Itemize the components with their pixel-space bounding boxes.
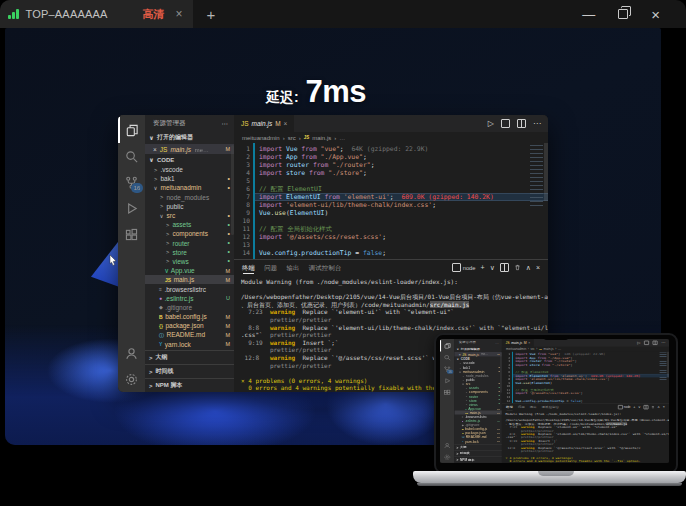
panel-tab-调试控制台[interactable]: 调试控制台 bbox=[309, 263, 342, 273]
tree-item-label: babel.config.js bbox=[165, 313, 207, 320]
sidebar-section-大纲[interactable]: >大纲 bbox=[145, 350, 234, 364]
tree-item[interactable]: ≡.browserslistrc bbox=[145, 284, 234, 293]
new-tab-button[interactable]: + bbox=[207, 6, 216, 23]
chevron-right-icon: > bbox=[149, 383, 153, 389]
tree-item-label: yarn.lock bbox=[465, 440, 479, 443]
open-editors-header[interactable]: ∨打开的编辑器 bbox=[145, 131, 234, 144]
tree-item-label: main.js bbox=[470, 411, 481, 414]
tree-item-label: babel.config.js bbox=[465, 428, 487, 431]
tree-item[interactable]: >router• bbox=[145, 239, 234, 248]
panel-tab-终端[interactable]: 终端 bbox=[242, 263, 255, 273]
activity-run-debug-button bbox=[440, 375, 454, 387]
tree-item[interactable]: >.vscode bbox=[145, 165, 234, 174]
chevron-right-icon: > bbox=[465, 399, 468, 402]
tree-item[interactable]: ⓘREADME.mdM bbox=[145, 330, 234, 339]
scm-pending-badge: 16 bbox=[131, 183, 143, 193]
babel-file-icon: B bbox=[159, 314, 163, 320]
tree-item[interactable]: ∨src• bbox=[145, 211, 234, 220]
panel-tab-终端: 终端 bbox=[506, 405, 513, 409]
activity-extensions-button[interactable] bbox=[118, 221, 145, 247]
activity-explorer-button bbox=[440, 340, 454, 352]
tree-item[interactable]: >assets• bbox=[145, 220, 234, 229]
activity-search-button bbox=[440, 352, 454, 364]
tree-item[interactable]: >node_modules bbox=[145, 193, 234, 202]
terminal-dropdown-icon: ∨ bbox=[638, 405, 641, 409]
panel-tab-问题[interactable]: 问题 bbox=[264, 263, 277, 273]
explorer-sidebar: 资源管理器⋯∨打开的编辑器×JSmain.jsme…M∨CODE>.vscode… bbox=[454, 339, 501, 463]
maximize-restore-button[interactable] bbox=[618, 9, 628, 19]
breadcrumb-item: main.js bbox=[544, 348, 554, 351]
tree-item[interactable]: >store• bbox=[145, 248, 234, 257]
tree-item[interactable]: ◆.gitignore bbox=[145, 303, 234, 312]
tree-item[interactable]: ●.eslintrc.jsU bbox=[145, 294, 234, 303]
connection-tab[interactable]: TOP–AAAAAAA 高清 × bbox=[0, 0, 193, 28]
breadcrumb[interactable]: meituanadmin›src›JSmain.js›… bbox=[234, 132, 548, 143]
editor-scrollbar[interactable] bbox=[544, 143, 548, 201]
tree-item[interactable]: >public bbox=[145, 202, 234, 211]
editor-tab-close-icon[interactable]: × bbox=[284, 120, 288, 127]
run-file-button[interactable]: ▷ bbox=[488, 119, 494, 128]
tree-item-label: meituanadmin bbox=[161, 184, 202, 191]
code-editor[interactable]: import Vue from "vue"; 64K (gzipped: 22.… bbox=[253, 143, 548, 259]
chevron-right-icon: > bbox=[457, 452, 459, 455]
tree-item[interactable]: >components• bbox=[145, 229, 234, 238]
tree-item[interactable]: Bbabel.config.jsM bbox=[145, 312, 234, 321]
tree-item[interactable]: {}package.jsonM bbox=[145, 321, 234, 330]
chevron-right-icon: > bbox=[159, 194, 164, 200]
tree-item[interactable]: JSmain.jsM bbox=[145, 275, 234, 284]
run-debug-icon bbox=[443, 377, 451, 384]
tree-item[interactable]: Yyarn.lockM bbox=[145, 340, 234, 349]
open-editor-item[interactable]: ×JSmain.jsme…M bbox=[145, 144, 234, 154]
panel-tab-问题: 问题 bbox=[518, 405, 525, 409]
sidebar-section-NPM 脚本: >NPM 脚本 bbox=[454, 457, 501, 463]
trash-icon[interactable] bbox=[514, 264, 521, 271]
chevron-right-icon: > bbox=[465, 403, 468, 406]
activity-account-button[interactable] bbox=[118, 340, 145, 366]
activity-settings-button[interactable] bbox=[118, 366, 145, 392]
close-editor-icon[interactable]: × bbox=[153, 146, 157, 153]
maximize-panel-icon[interactable]: ∧ bbox=[526, 264, 531, 272]
activity-explorer-button[interactable] bbox=[118, 117, 145, 143]
eslint-file-icon: ● bbox=[462, 420, 464, 423]
sidebar-more-actions-icon[interactable]: ⋯ bbox=[222, 120, 229, 128]
git-status-badge: M bbox=[225, 341, 230, 347]
json-file-icon: {} bbox=[159, 323, 163, 329]
tree-item[interactable]: >views• bbox=[145, 257, 234, 266]
workspace-header[interactable]: ∨CODE bbox=[145, 154, 234, 165]
terminal-dropdown-icon[interactable]: ∨ bbox=[490, 264, 495, 272]
sidebar-section-NPM 脚本[interactable]: >NPM 脚本 bbox=[145, 378, 234, 392]
activity-search-button[interactable] bbox=[118, 143, 145, 169]
line-number: 8 bbox=[234, 201, 250, 209]
tree-item[interactable]: VApp.vueM bbox=[145, 266, 234, 275]
tree-item-label: App.vue bbox=[171, 267, 195, 274]
git-status-badge: M bbox=[497, 432, 499, 435]
panel-tab-输出[interactable]: 输出 bbox=[286, 263, 299, 273]
activity-run-debug-button[interactable] bbox=[118, 195, 145, 221]
editor-tab-mainjs[interactable]: JSmain.jsM× bbox=[234, 115, 294, 132]
git-file-icon: ◆ bbox=[159, 304, 163, 310]
more-actions-icon[interactable]: ⋯ bbox=[533, 119, 541, 128]
terminal-shell-selector[interactable]: node bbox=[452, 263, 476, 272]
git-status-badge: M bbox=[225, 332, 230, 338]
editor-tabbar: JSmain.jsM×▷⋯ bbox=[502, 339, 669, 347]
chevron-right-icon: > bbox=[462, 374, 465, 377]
activity-source-control-button[interactable]: 16 bbox=[118, 169, 145, 195]
tree-item[interactable]: ∨meituanadmin• bbox=[145, 183, 234, 192]
minimize-button[interactable]: — bbox=[582, 8, 595, 21]
chevron-right-icon: > bbox=[165, 249, 170, 255]
split-terminal-button[interactable] bbox=[500, 263, 509, 272]
new-terminal-button: + bbox=[633, 406, 635, 409]
sidebar-section-时间线[interactable]: >时间线 bbox=[145, 364, 234, 378]
tree-item[interactable]: >bak1• bbox=[145, 174, 234, 183]
run-below-button[interactable] bbox=[501, 119, 510, 128]
mouse-cursor-icon bbox=[109, 255, 117, 266]
quality-badge[interactable]: 高清 bbox=[143, 7, 165, 22]
tab-close-icon[interactable]: × bbox=[176, 7, 183, 21]
bottom-panel: 终端问题输出调试控制台node+∨∧×Module Warning (from … bbox=[502, 403, 669, 462]
new-terminal-button[interactable]: + bbox=[481, 264, 485, 271]
close-panel-icon[interactable]: × bbox=[536, 264, 540, 271]
split-editor-button[interactable] bbox=[517, 119, 526, 128]
minimap[interactable] bbox=[530, 145, 543, 207]
close-panel-icon: × bbox=[663, 406, 665, 409]
close-window-button[interactable]: × bbox=[651, 7, 660, 22]
